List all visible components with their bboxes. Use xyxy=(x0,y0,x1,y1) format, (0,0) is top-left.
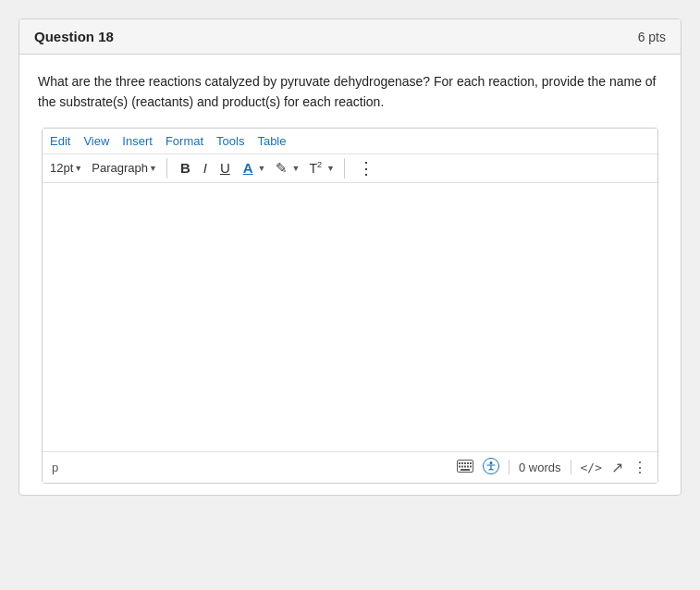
paragraph-chevron-icon: ▼ xyxy=(149,164,157,173)
font-color-group[interactable]: A ▼ xyxy=(239,159,266,177)
superscript-label: T2 xyxy=(309,161,322,175)
svg-rect-6 xyxy=(459,465,461,467)
font-size-value: 12pt xyxy=(50,161,73,175)
svg-rect-8 xyxy=(464,465,466,467)
svg-rect-10 xyxy=(470,465,472,467)
svg-rect-4 xyxy=(467,462,469,464)
question-points: 6 pts xyxy=(638,30,666,44)
editor-content-area[interactable] xyxy=(43,183,657,451)
source-code-button[interactable]: </> xyxy=(581,461,602,474)
highlight-group[interactable]: ✎ ▼ xyxy=(272,159,301,177)
statusbar-divider-2 xyxy=(571,460,571,474)
more-options-button[interactable]: ⋮ xyxy=(354,158,379,178)
font-color-chevron-icon: ▼ xyxy=(258,164,266,173)
bold-button[interactable]: B xyxy=(177,159,194,177)
svg-rect-2 xyxy=(461,462,463,464)
svg-point-13 xyxy=(489,461,492,464)
highlight-chevron-icon: ▼ xyxy=(292,164,301,173)
font-color-label: A xyxy=(243,161,253,175)
highlight-icon: ✎ xyxy=(276,161,288,175)
paragraph-style-selector[interactable]: Paragraph ▼ xyxy=(92,161,157,175)
accessibility-icon[interactable] xyxy=(483,458,499,477)
italic-button[interactable]: I xyxy=(200,159,211,177)
editor-container: Edit View Insert Format Tools Table 12pt… xyxy=(42,128,658,484)
statusbar-right: 0 words </> ↗ ⋮ xyxy=(457,458,648,477)
svg-rect-1 xyxy=(459,462,461,464)
svg-rect-9 xyxy=(467,465,469,467)
word-count: 0 words xyxy=(519,461,561,474)
svg-rect-5 xyxy=(470,462,472,464)
font-size-chevron-icon: ▼ xyxy=(74,164,82,173)
statusbar-divider-1 xyxy=(509,460,510,474)
svg-rect-3 xyxy=(464,462,466,464)
menu-edit[interactable]: Edit xyxy=(50,132,70,150)
underline-button[interactable]: U xyxy=(216,159,234,177)
editor-statusbar: p xyxy=(43,451,657,483)
statusbar-more-button[interactable]: ⋮ xyxy=(632,459,648,476)
font-color-button[interactable]: A xyxy=(239,159,257,177)
menu-insert[interactable]: Insert xyxy=(122,132,153,150)
svg-rect-11 xyxy=(461,469,470,471)
menu-tools[interactable]: Tools xyxy=(216,132,244,150)
paragraph-style-value: Paragraph xyxy=(92,161,148,175)
menu-table[interactable]: Table xyxy=(257,132,286,150)
question-text: What are the three reactions catalyzed b… xyxy=(38,71,662,113)
expand-button[interactable]: ↗ xyxy=(611,459,623,476)
keyboard-icon[interactable] xyxy=(457,460,473,475)
font-size-selector[interactable]: 12pt ▼ xyxy=(50,161,82,175)
question-body: What are the three reactions catalyzed b… xyxy=(19,55,681,495)
question-card: Question 18 6 pts What are the three rea… xyxy=(18,18,682,496)
menu-view[interactable]: View xyxy=(83,132,109,150)
question-title: Question 18 xyxy=(34,29,114,44)
editor-menubar: Edit View Insert Format Tools Table xyxy=(43,129,657,154)
card-header: Question 18 6 pts xyxy=(19,19,681,55)
superscript-chevron-icon: ▼ xyxy=(326,164,335,173)
statusbar-paragraph-tag: p xyxy=(52,461,457,474)
editor-toolbar: 12pt ▼ Paragraph ▼ B I U A xyxy=(43,154,657,183)
menu-format[interactable]: Format xyxy=(166,132,203,150)
svg-rect-7 xyxy=(461,465,463,467)
highlight-button[interactable]: ✎ xyxy=(272,159,291,177)
superscript-button[interactable]: T2 xyxy=(305,159,325,177)
toolbar-divider-2 xyxy=(344,158,345,178)
superscript-group[interactable]: T2 ▼ xyxy=(305,159,335,177)
toolbar-divider-1 xyxy=(166,158,167,178)
